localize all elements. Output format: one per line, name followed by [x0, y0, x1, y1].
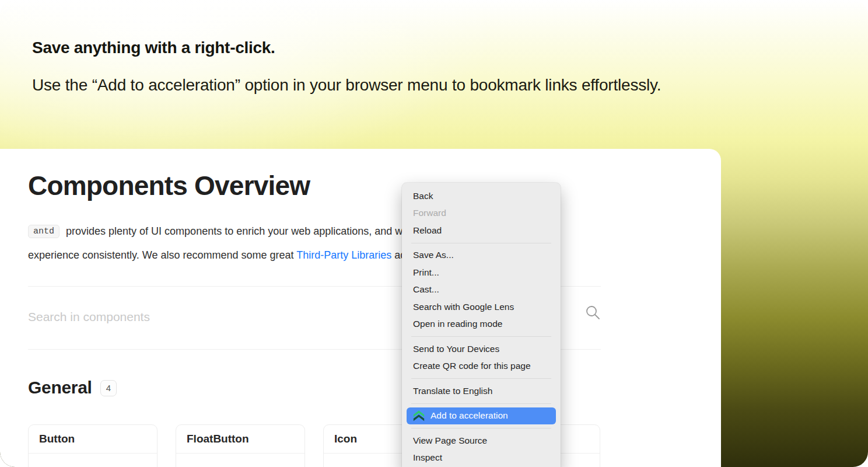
component-card-floatbutton[interactable]: FloatButton: [176, 424, 305, 467]
menu-item-create-qr-code[interactable]: Create QR code for this page: [402, 358, 561, 375]
browser-page: Components Overview antd provides plenty…: [0, 149, 721, 467]
menu-item-save-as[interactable]: Save As...: [402, 247, 561, 264]
section-title-text: General: [28, 378, 92, 397]
intro-text-2: experience consistently. We also recomme…: [28, 249, 296, 261]
menu-item-forward: Forward: [402, 205, 561, 222]
acceleration-double-chevron-icon: [412, 409, 425, 422]
context-menu: Back Forward Reload Save As... Print... …: [402, 183, 561, 467]
menu-item-reading-mode[interactable]: Open in reading mode: [402, 316, 561, 333]
third-party-libraries-link[interactable]: Third-Party Libraries: [296, 249, 391, 261]
menu-item-translate[interactable]: Translate to English: [402, 382, 561, 400]
menu-item-inspect[interactable]: Inspect: [402, 449, 561, 467]
search-input[interactable]: Search in components: [28, 310, 150, 324]
hero-subtitle: Use the “Add to acceleration” option in …: [32, 76, 661, 95]
menu-item-view-page-source[interactable]: View Page Source: [402, 432, 561, 449]
menu-item-send-to-devices[interactable]: Send to Your Devices: [402, 340, 561, 358]
search-icon: [584, 304, 601, 320]
menu-divider: [411, 336, 551, 337]
section-count-badge: 4: [100, 380, 117, 396]
screenshot-root: Save anything with a right-click. Use th…: [0, 0, 868, 467]
menu-item-back[interactable]: Back: [402, 187, 561, 205]
menu-divider: [411, 243, 551, 243]
card-title: Button: [29, 425, 157, 454]
menu-divider: [411, 403, 551, 404]
card-title: FloatButton: [176, 425, 304, 454]
menu-item-cast[interactable]: Cast...: [402, 281, 561, 299]
component-card-button[interactable]: Button: [28, 424, 158, 467]
menu-item-print[interactable]: Print...: [402, 264, 561, 281]
page-title: Components Overview: [28, 170, 310, 201]
section-title-general: General4: [28, 378, 117, 398]
menu-item-search-google-lens[interactable]: Search with Google Lens: [402, 298, 561, 316]
menu-item-label: Add to acceleration: [430, 410, 508, 421]
menu-item-reload[interactable]: Reload: [402, 222, 561, 239]
antd-code-chip: antd: [28, 225, 60, 238]
menu-divider: [411, 378, 551, 379]
hero-title: Save anything with a right-click.: [32, 39, 275, 57]
menu-item-add-to-acceleration[interactable]: Add to acceleration: [407, 407, 556, 425]
menu-divider: [411, 428, 551, 428]
intro-paragraph-line2: experience consistently. We also recomme…: [28, 249, 449, 262]
